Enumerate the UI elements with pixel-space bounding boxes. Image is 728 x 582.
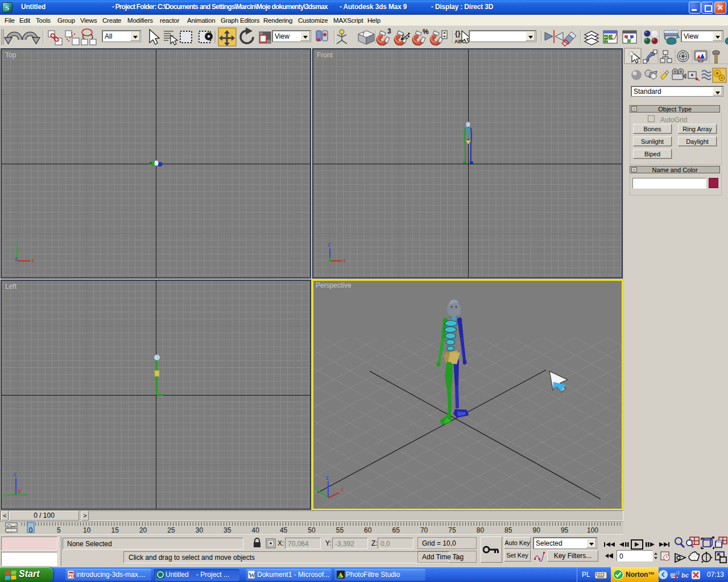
svg-text:75: 75 <box>448 526 456 534</box>
svg-text:x: x <box>31 257 34 264</box>
svg-text:35: 35 <box>224 526 231 534</box>
svg-text:100: 100 <box>587 526 598 534</box>
svg-text:65: 65 <box>392 526 400 534</box>
svg-text:0: 0 <box>29 526 33 534</box>
svg-text:45: 45 <box>280 526 288 534</box>
svg-text:y: y <box>315 484 318 490</box>
svg-text:30: 30 <box>196 526 204 534</box>
svg-text:{}: {} <box>455 30 461 38</box>
svg-text:z: z <box>15 256 18 262</box>
svg-text:x: x <box>18 488 21 494</box>
svg-text:70: 70 <box>420 526 428 534</box>
svg-text:15: 15 <box>111 526 119 534</box>
svg-text:55: 55 <box>336 526 344 534</box>
svg-text:90: 90 <box>533 526 541 534</box>
svg-text:60: 60 <box>364 526 372 534</box>
svg-text:x: x <box>343 257 346 264</box>
svg-text:z: z <box>14 471 16 477</box>
svg-text:40: 40 <box>252 526 260 534</box>
svg-text:z: z <box>326 475 329 481</box>
svg-text:y: y <box>15 242 18 248</box>
svg-text:50: 50 <box>308 526 316 534</box>
svg-text:20: 20 <box>139 526 147 534</box>
svg-text:bc: bc <box>681 572 689 579</box>
svg-text:85: 85 <box>504 526 512 534</box>
svg-text:z: z <box>328 242 330 248</box>
svg-text:x: x <box>341 486 344 492</box>
svg-text:5: 5 <box>57 526 61 534</box>
svg-text:25: 25 <box>167 526 175 534</box>
svg-text:10: 10 <box>83 526 91 534</box>
svg-text:y: y <box>2 492 5 498</box>
svg-text:80: 80 <box>477 526 485 534</box>
svg-text:PDF: PDF <box>68 574 75 578</box>
svg-text:95: 95 <box>561 526 569 534</box>
svg-text:W: W <box>249 571 255 579</box>
svg-text:3: 3 <box>387 27 391 35</box>
svg-text:%: % <box>423 28 429 36</box>
